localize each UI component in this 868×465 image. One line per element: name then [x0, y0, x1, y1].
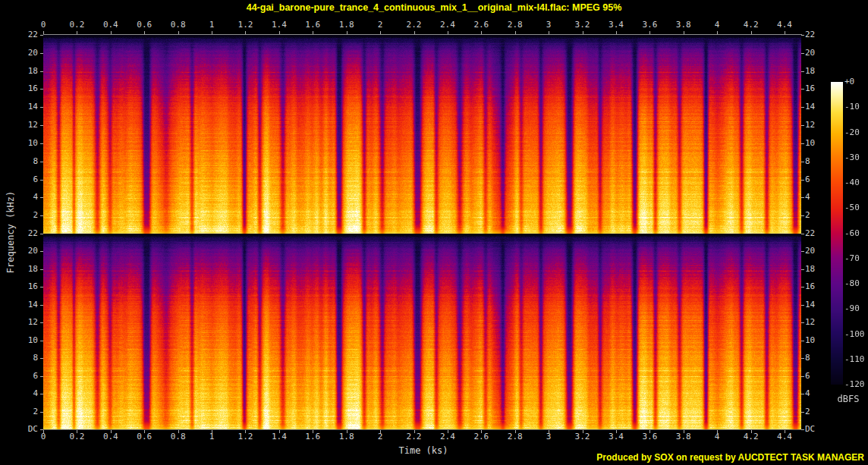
time-tick: [347, 430, 348, 433]
time-tick: [380, 31, 381, 34]
freq-tick: [40, 429, 43, 430]
time-tick: [279, 430, 280, 433]
time-tick: [77, 430, 77, 433]
freq-tick-label: 4: [0, 193, 38, 202]
time-tick: [245, 430, 246, 433]
freq-tick: [801, 107, 804, 108]
colorbar-unit: dBFS: [832, 394, 865, 404]
freq-tick: [40, 287, 43, 287]
freq-tick: [801, 341, 804, 341]
time-tick: [313, 31, 313, 34]
freq-tick-label: 14: [0, 102, 38, 112]
time-tick: [583, 31, 583, 34]
time-tick: [178, 430, 179, 433]
freq-tick-label: 4: [805, 389, 835, 398]
time-tick: [649, 31, 650, 34]
time-tick: [245, 31, 246, 34]
time-axis-label: Time (ks): [389, 445, 458, 456]
db-tick-label: -60: [844, 229, 868, 238]
freq-tick: [40, 234, 43, 234]
freq-tick-label: DC: [805, 425, 835, 434]
freq-tick-label: 2: [0, 211, 38, 220]
time-tick: [212, 430, 212, 433]
freq-tick-label: 10: [0, 336, 38, 345]
db-tick-label: -30: [844, 153, 868, 162]
freq-tick: [40, 162, 43, 162]
freq-tick-label: 6: [0, 372, 38, 381]
freq-tick-label: 2: [805, 407, 835, 416]
time-tick: [414, 430, 415, 433]
freq-tick: [40, 358, 43, 359]
time-tick: [212, 31, 212, 34]
spectrogram-channel-right: [43, 234, 801, 429]
time-tick: [481, 31, 482, 34]
freq-tick-label: 8: [0, 157, 38, 166]
db-tick-label: -20: [844, 128, 868, 137]
freq-tick: [40, 394, 43, 394]
freq-tick: [40, 71, 43, 72]
freq-tick-label: 20: [805, 49, 835, 58]
freq-tick-label: 18: [805, 67, 835, 76]
freq-tick: [801, 305, 804, 306]
freq-tick: [801, 376, 804, 377]
freq-tick: [40, 412, 43, 413]
time-tick: [549, 430, 549, 433]
freq-tick: [40, 322, 43, 323]
time-tick: [515, 430, 516, 433]
freq-tick: [801, 287, 804, 287]
freq-tick: [40, 215, 43, 216]
time-tick-label: 4.4: [762, 432, 807, 441]
freq-tick: [40, 143, 43, 144]
freq-tick: [801, 429, 804, 430]
time-tick: [684, 31, 684, 34]
time-tick: [313, 430, 313, 433]
freq-tick: [40, 89, 43, 90]
colorbar: [831, 82, 843, 385]
freq-tick: [40, 269, 43, 270]
freq-tick: [801, 89, 804, 90]
freq-tick: [40, 376, 43, 377]
time-tick: [785, 430, 785, 433]
db-tick-label: -120: [844, 380, 868, 389]
freq-tick: [40, 180, 43, 181]
time-tick: [111, 31, 112, 34]
time-tick: [279, 31, 280, 34]
time-tick: [583, 430, 583, 433]
spectrogram-channel-left: [43, 35, 801, 234]
freq-tick-label: 16: [0, 84, 38, 93]
time-tick: [785, 31, 785, 34]
freq-tick: [40, 53, 43, 54]
time-tick: [616, 430, 617, 433]
time-tick: [751, 430, 752, 433]
time-tick: [549, 31, 549, 34]
freq-tick: [801, 412, 804, 413]
time-tick: [448, 430, 448, 433]
time-tick: [515, 31, 516, 34]
time-tick: [77, 31, 77, 34]
freq-tick: [40, 197, 43, 198]
freq-tick: [40, 305, 43, 306]
time-tick: [144, 430, 145, 433]
freq-tick-label: DC: [0, 425, 38, 434]
freq-tick-label: 12: [0, 318, 38, 327]
time-tick: [43, 430, 44, 433]
sox-spectrogram-window: 44-gai_barone-pure_trance_4_continuous_m…: [0, 0, 868, 465]
db-tick-label: -70: [844, 254, 868, 263]
freq-tick-label: 14: [0, 300, 38, 309]
freq-tick-label: 8: [0, 353, 38, 363]
db-tick-label: -90: [844, 304, 868, 313]
freq-tick: [801, 251, 804, 252]
attribution: Produced by SOX on request by AUCDTECT T…: [596, 452, 864, 463]
freq-tick-label: 20: [0, 247, 38, 256]
freq-tick: [40, 125, 43, 126]
freq-tick: [801, 197, 804, 198]
page-title: 44-gai_barone-pure_trance_4_continuous_m…: [0, 2, 868, 13]
freq-tick: [801, 35, 804, 36]
time-tick: [481, 430, 482, 433]
freq-tick-label: 22: [0, 229, 38, 238]
time-tick: [616, 31, 617, 34]
time-tick: [751, 31, 752, 34]
freq-tick: [801, 322, 804, 323]
time-tick: [144, 31, 145, 34]
time-tick: [717, 430, 718, 433]
